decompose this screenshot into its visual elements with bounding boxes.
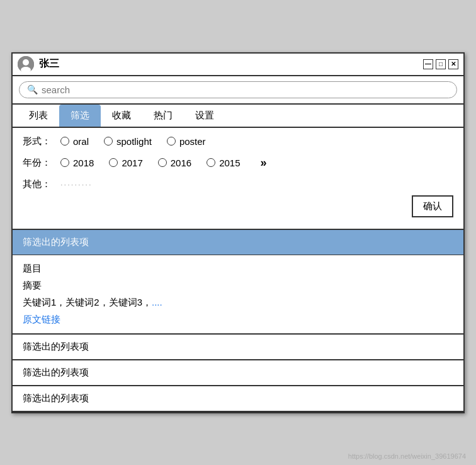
tab-settings[interactable]: 设置	[184, 105, 225, 127]
list-item-collapsed-1[interactable]: 筛选出的列表项	[13, 335, 463, 360]
year-option-2015[interactable]: 2015	[207, 158, 240, 168]
list-item-collapsed-3[interactable]: 筛选出的列表项	[13, 386, 463, 412]
tab-favorites[interactable]: 收藏	[101, 105, 142, 127]
other-label: 其他：	[23, 178, 60, 190]
search-input[interactable]	[42, 84, 449, 95]
year-radio-group: 2018 2017 2016 2015 »	[60, 156, 267, 169]
watermark: https://blog.csdn.net/weixin_39619674	[348, 452, 466, 460]
minimize-button[interactable]: —	[423, 59, 433, 69]
format-option-spotlight[interactable]: spotlight	[104, 136, 152, 147]
tab-filter[interactable]: 筛选	[59, 105, 101, 127]
title-bar-left: 张三	[18, 56, 59, 72]
other-value: ·········	[60, 180, 93, 189]
avatar	[18, 56, 34, 72]
list-item-collapsed-2[interactable]: 筛选出的列表项	[13, 360, 463, 386]
confirm-row: 确认	[23, 193, 453, 219]
keywords-text: 关键词1，关键词2，关键词3，	[23, 297, 152, 307]
list-header-expanded: 筛选出的列表项	[13, 230, 463, 255]
format-filter-row: 形式： oral spotlight poster	[23, 135, 453, 147]
title-bar: 张三 — □ ✕	[13, 54, 463, 76]
other-filter-row: 其他： ·········	[23, 178, 453, 190]
format-radio-group: oral spotlight poster	[60, 136, 206, 147]
radio-2018[interactable]	[60, 158, 69, 167]
search-bar: 🔍	[13, 76, 463, 105]
year-label: 年份：	[23, 157, 60, 169]
item-abstract: 摘要	[23, 280, 453, 292]
year-option-2016[interactable]: 2016	[158, 158, 191, 168]
tab-list[interactable]: 列表	[18, 105, 59, 127]
radio-spotlight[interactable]	[104, 137, 113, 146]
keywords-more-link[interactable]: ....	[152, 297, 162, 307]
list-item-expanded: 题目 摘要 关键词1，关键词2，关键词3，.... 原文链接	[13, 255, 463, 335]
filter-section: 形式： oral spotlight poster 年份：	[13, 128, 463, 230]
tab-bar: 列表 筛选 收藏 热门 设置	[13, 105, 463, 128]
search-wrapper[interactable]: 🔍	[19, 81, 457, 98]
radio-oral[interactable]	[60, 137, 69, 146]
radio-2016[interactable]	[158, 158, 167, 167]
search-icon: 🔍	[27, 84, 38, 95]
format-option-poster[interactable]: poster	[167, 136, 206, 147]
main-window: 张三 — □ ✕ 🔍 列表 筛选 收藏 热门 设置 形式： oral	[11, 52, 465, 413]
more-years-button[interactable]: »	[261, 156, 267, 169]
format-label: 形式：	[23, 135, 60, 147]
window-title: 张三	[39, 57, 59, 71]
radio-2017[interactable]	[109, 158, 118, 167]
close-button[interactable]: ✕	[448, 59, 458, 69]
window-controls: — □ ✕	[423, 59, 458, 69]
radio-2015[interactable]	[207, 158, 215, 167]
maximize-button[interactable]: □	[436, 59, 446, 69]
item-title: 题目	[23, 263, 453, 275]
radio-poster[interactable]	[167, 137, 176, 146]
original-link[interactable]: 原文链接	[23, 314, 60, 324]
confirm-button[interactable]: 确认	[412, 195, 453, 217]
tab-popular[interactable]: 热门	[142, 105, 184, 127]
year-option-2018[interactable]: 2018	[60, 158, 94, 168]
svg-point-1	[23, 59, 29, 66]
item-keywords: 关键词1，关键词2，关键词3，....	[23, 297, 453, 309]
format-option-oral[interactable]: oral	[60, 136, 89, 147]
year-option-2017[interactable]: 2017	[109, 158, 142, 168]
year-filter-row: 年份： 2018 2017 2016 2015 »	[23, 156, 453, 169]
